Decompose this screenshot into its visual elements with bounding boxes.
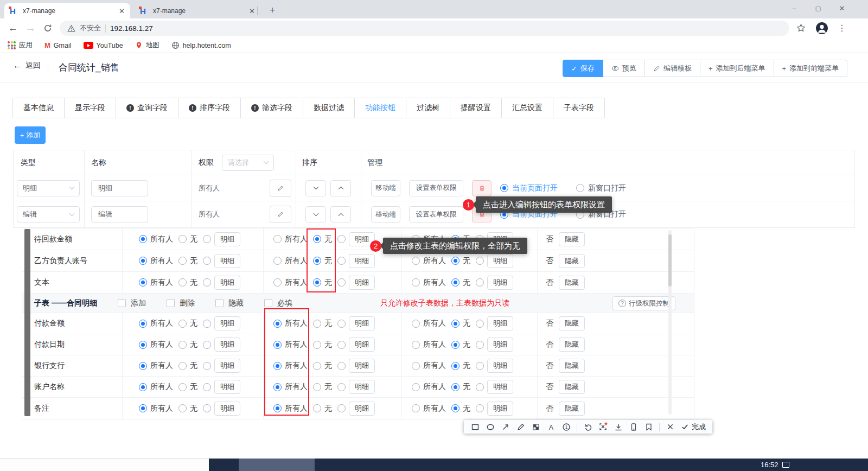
mosaic-tool-icon[interactable]: [531, 422, 540, 431]
tab-close-icon[interactable]: ✕: [119, 8, 125, 15]
config-tab[interactable]: ! 排序字段: [178, 98, 241, 118]
forward-icon[interactable]: →: [24, 22, 37, 35]
config-tab[interactable]: ! 显示字段: [64, 98, 116, 118]
radio-option-detail[interactable]: 明细: [476, 359, 513, 373]
edit-perm-button[interactable]: [270, 206, 291, 223]
radio-option-detail[interactable]: 明细: [337, 380, 375, 394]
radio-option-detail[interactable]: 明细: [337, 232, 375, 246]
radio-option-none[interactable]: 无: [178, 340, 197, 349]
radio-option-detail[interactable]: 明细: [476, 338, 513, 352]
radio-option-none[interactable]: 无: [178, 278, 197, 288]
radio-option-detail[interactable]: 明细: [203, 232, 240, 246]
inner-scrollbar[interactable]: [668, 230, 672, 415]
radio-option-everyone[interactable]: 所有人: [139, 382, 173, 392]
taskbar-app-button[interactable]: [239, 459, 315, 471]
radio-option-everyone[interactable]: 所有人: [412, 382, 446, 392]
mobile-button[interactable]: 移动端: [371, 206, 400, 222]
config-tab[interactable]: ! 查询字段: [116, 98, 178, 118]
sort-down-button[interactable]: [305, 180, 326, 196]
radio-option-everyone[interactable]: 所有人: [273, 256, 308, 266]
hide-button[interactable]: 隐藏: [559, 338, 585, 352]
radio-option-none[interactable]: 无: [313, 382, 332, 392]
refresh-icon[interactable]: [41, 22, 54, 35]
set-form-perm-button[interactable]: 设置表单权限: [409, 180, 463, 196]
bookmark-star-icon[interactable]: [796, 23, 806, 33]
detail-button[interactable]: 明细: [349, 359, 375, 373]
mobile-button[interactable]: 移动端: [371, 180, 400, 196]
radio-option-none[interactable]: 无: [451, 361, 470, 371]
radio-option-none[interactable]: 无: [178, 404, 197, 413]
rectangle-tool-icon[interactable]: [470, 422, 480, 431]
radio-option-detail[interactable]: 明细: [476, 380, 513, 394]
config-tab[interactable]: ! 提醒设置: [450, 98, 502, 118]
window-close-button[interactable]: ✕: [831, 0, 853, 16]
radio-option-everyone[interactable]: 所有人: [273, 404, 308, 413]
detail-button[interactable]: 明细: [487, 402, 513, 416]
open-new-radio[interactable]: 新窗口打开: [576, 183, 626, 193]
bookmark-maps[interactable]: 地图: [135, 41, 159, 50]
radio-option-none[interactable]: 无: [313, 361, 332, 371]
add-backend-menu-button[interactable]: +添加到后端菜单: [700, 60, 774, 77]
check-delete[interactable]: 删除: [167, 298, 195, 308]
radio-option-everyone[interactable]: 所有人: [412, 404, 446, 413]
browser-tab-inactive[interactable]: x7-manage ✕: [135, 3, 260, 18]
radio-option-detail[interactable]: 明细: [203, 380, 240, 394]
hide-button[interactable]: 隐藏: [559, 316, 585, 330]
radio-option-everyone[interactable]: 所有人: [139, 278, 173, 288]
config-tab[interactable]: ! 基本信息: [12, 98, 65, 118]
radio-option-everyone[interactable]: 所有人: [273, 278, 308, 288]
config-tab[interactable]: ! 汇总设置: [501, 98, 553, 118]
row-level-perm-button[interactable]: ?行级权限控制: [612, 296, 675, 310]
set-form-perm-button[interactable]: 设置表单权限: [409, 206, 463, 222]
radio-option-everyone[interactable]: 所有人: [139, 256, 173, 266]
radio-option-none[interactable]: 无: [313, 404, 332, 413]
radio-option-none[interactable]: 无: [313, 256, 332, 266]
detail-button[interactable]: 明细: [349, 338, 375, 352]
radio-option-everyone[interactable]: 所有人: [273, 319, 308, 328]
radio-option-everyone[interactable]: 所有人: [139, 340, 173, 349]
hide-button[interactable]: 隐藏: [559, 359, 585, 373]
type-select[interactable]: 明细: [17, 180, 80, 196]
edit-template-button[interactable]: 编辑模板: [644, 60, 700, 77]
check-hide[interactable]: 隐藏: [215, 298, 244, 308]
edit-perm-button[interactable]: [270, 180, 291, 197]
hide-button[interactable]: 隐藏: [559, 380, 585, 394]
pen-tool-icon[interactable]: [516, 422, 525, 431]
detail-button[interactable]: 明细: [487, 276, 513, 290]
radio-option-everyone[interactable]: 所有人: [273, 382, 308, 392]
radio-option-everyone[interactable]: 所有人: [412, 256, 446, 266]
left-scrollbar-thumb[interactable]: [24, 229, 30, 416]
detail-button[interactable]: 明细: [349, 316, 375, 330]
tab-close-icon[interactable]: ✕: [249, 8, 255, 15]
radio-option-none[interactable]: 无: [313, 319, 332, 328]
ellipse-tool-icon[interactable]: [486, 422, 495, 431]
add-frontend-menu-button[interactable]: +添加到前端菜单: [774, 60, 848, 77]
radio-option-none[interactable]: 无: [178, 319, 197, 328]
detail-button[interactable]: 明细: [349, 276, 375, 290]
radio-option-everyone[interactable]: 所有人: [139, 234, 173, 244]
radio-option-everyone[interactable]: 所有人: [273, 340, 308, 349]
check-required[interactable]: 必填: [264, 298, 292, 308]
address-bar[interactable]: 不安全 192.168.1.27: [60, 21, 789, 36]
radio-option-none[interactable]: 无: [451, 256, 470, 266]
cancel-icon[interactable]: [666, 422, 675, 431]
step-number-tool-icon[interactable]: 1: [561, 422, 571, 431]
radio-option-everyone[interactable]: 所有人: [273, 361, 308, 371]
radio-option-everyone[interactable]: 所有人: [412, 340, 446, 349]
detail-button[interactable]: 明细: [214, 359, 240, 373]
detail-button[interactable]: 明细: [487, 254, 513, 268]
perm-filter-select[interactable]: 请选择: [222, 155, 274, 171]
radio-option-everyone[interactable]: 所有人: [412, 278, 446, 288]
ocr-tool-icon[interactable]: [598, 422, 608, 431]
config-tab[interactable]: ! 筛选字段: [240, 98, 303, 118]
config-tab[interactable]: ! 子表字段: [553, 98, 605, 118]
detail-button[interactable]: 明细: [487, 338, 513, 352]
radio-option-detail[interactable]: 明细: [476, 316, 513, 330]
open-current-radio[interactable]: 当前页面打开: [500, 183, 558, 193]
radio-option-detail[interactable]: 明细: [337, 316, 375, 330]
radio-option-none[interactable]: 无: [178, 256, 197, 266]
radio-option-detail[interactable]: 明细: [476, 402, 513, 416]
radio-option-detail[interactable]: 明细: [337, 338, 375, 352]
detail-button[interactable]: 明细: [214, 276, 240, 290]
radio-option-detail[interactable]: 明细: [337, 276, 375, 290]
